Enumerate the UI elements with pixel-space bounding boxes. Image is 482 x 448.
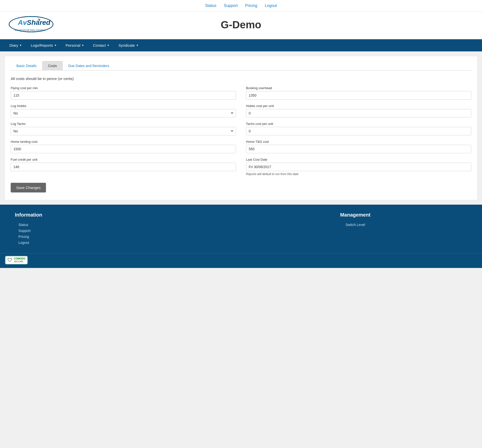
log-hobbs-group: Log Hobbs No Yes — [11, 104, 236, 117]
tab-due-dates[interactable]: Due Dates and Reminders — [63, 61, 115, 70]
home-tg-input[interactable] — [246, 145, 471, 153]
booking-overhead-group: Booking overhead — [246, 86, 471, 100]
tacho-cost-label: Tacho cost per unit — [246, 122, 471, 126]
last-cost-date-input[interactable] — [246, 163, 471, 171]
flying-cost-label: Flying cost per min — [11, 86, 236, 90]
fuel-credit-group: Fuel credit per unit — [11, 158, 236, 171]
log-tacho-group: Log Tacho No Yes — [11, 122, 236, 135]
footer-info-heading: Information — [15, 212, 239, 218]
footer-logout-link[interactable]: Logout — [15, 240, 239, 246]
chevron-down-icon: ▼ — [81, 44, 84, 47]
nav-syndicate[interactable]: Syndicate ▼ — [114, 39, 143, 51]
comodo-shield-icon: 🛡 — [7, 257, 12, 263]
nav-personal[interactable]: Personal ▼ — [61, 39, 88, 51]
tab-bar: Basic Details Costs Due Dates and Remind… — [11, 61, 471, 71]
home-landing-label: Home landing cost — [11, 140, 236, 144]
nav-diary[interactable]: Diary ▼ — [5, 39, 26, 51]
tacho-cost-input[interactable] — [246, 127, 471, 135]
main-content: Basic Details Costs Due Dates and Remind… — [4, 56, 478, 200]
log-hobbs-select[interactable]: No Yes — [11, 109, 236, 117]
costs-note: All costs should be in pence (or cents) — [11, 76, 471, 81]
save-changes-button[interactable]: Save Changes — [11, 183, 46, 192]
page-footer: Information Status Support Pricing Logou… — [0, 205, 482, 268]
costs-form: Flying cost per min Log Hobbs No Yes Log… — [11, 86, 471, 180]
flying-cost-input[interactable] — [11, 91, 236, 100]
chevron-down-icon: ▼ — [136, 44, 139, 47]
fuel-credit-label: Fuel credit per unit — [11, 158, 236, 161]
logo-subtitle: Shared Aircraft Diary And More — [14, 29, 45, 31]
last-cost-date-note: Reports will default to run from this da… — [246, 172, 471, 176]
home-landing-input[interactable] — [11, 145, 236, 153]
log-tacho-select[interactable]: No Yes — [11, 127, 236, 135]
fuel-credit-input[interactable] — [11, 163, 236, 171]
hobbs-cost-group: Hobbs cost per unit — [246, 104, 471, 117]
tab-costs[interactable]: Costs — [42, 61, 63, 71]
topnav-status[interactable]: Status — [205, 3, 216, 8]
chevron-down-icon: ▼ — [107, 44, 110, 47]
comodo-secure-badge: 🛡 COMODOSECURE — [5, 256, 28, 264]
topnav-pricing[interactable]: Pricing — [245, 3, 257, 8]
home-tg-group: Home T&G cost — [246, 140, 471, 153]
footer-bottom: 🛡 COMODOSECURE — [0, 253, 482, 268]
booking-overhead-input[interactable] — [246, 91, 471, 100]
nav-logs-reports[interactable]: Logs/Reports ▼ — [26, 39, 61, 51]
logo: AvShared ✈ Shared Aircraft Diary And Mor… — [7, 14, 57, 35]
footer-information: Information Status Support Pricing Logou… — [15, 212, 239, 246]
log-tacho-label: Log Tacho — [11, 122, 236, 126]
home-tg-label: Home T&G cost — [246, 140, 471, 144]
top-navigation: Status Support Pricing Logout — [0, 0, 482, 12]
page-title: G-Demo — [7, 19, 475, 31]
hobbs-cost-input[interactable] — [246, 109, 471, 117]
footer-switch-level-link[interactable]: Switch Level — [243, 222, 467, 228]
topnav-logout[interactable]: Logout — [265, 3, 277, 8]
footer-mgmt-heading: Management — [243, 212, 467, 218]
hobbs-cost-label: Hobbs cost per unit — [246, 104, 471, 108]
log-hobbs-label: Log Hobbs — [11, 104, 236, 108]
comodo-text: COMODOSECURE — [14, 257, 25, 263]
footer-status-link[interactable]: Status — [15, 222, 239, 228]
main-navigation: Diary ▼ Logs/Reports ▼ Personal ▼ Contac… — [0, 39, 482, 51]
logo-text: AvShared — [18, 19, 50, 27]
chevron-down-icon: ▼ — [54, 44, 57, 47]
footer-support-link[interactable]: Support — [15, 228, 239, 234]
footer-pricing-link[interactable]: Pricing — [15, 234, 239, 240]
tacho-cost-group: Tacho cost per unit — [246, 122, 471, 135]
chevron-down-icon: ▼ — [19, 44, 22, 47]
booking-overhead-label: Booking overhead — [246, 86, 471, 90]
tab-basic-details[interactable]: Basic Details — [11, 61, 42, 70]
flying-cost-group: Flying cost per min — [11, 86, 236, 100]
nav-contact[interactable]: Contact ▼ — [88, 39, 114, 51]
footer-management: Management Switch Level — [243, 212, 467, 246]
home-landing-group: Home landing cost — [11, 140, 236, 153]
page-header: AvShared ✈ Shared Aircraft Diary And Mor… — [0, 12, 482, 39]
topnav-support[interactable]: Support — [224, 3, 238, 8]
last-cost-date-group: Last Cost Date Reports will default to r… — [246, 158, 471, 176]
last-cost-date-label: Last Cost Date — [246, 158, 471, 161]
